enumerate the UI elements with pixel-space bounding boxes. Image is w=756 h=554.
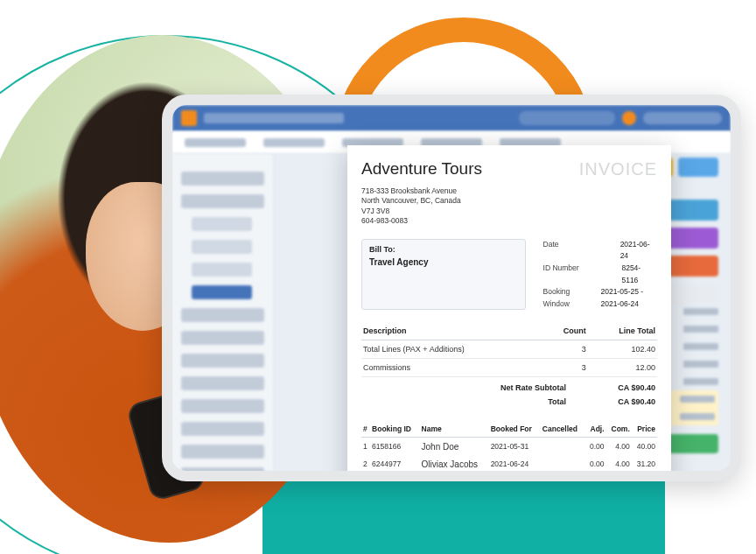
bcell-price: 40.00: [632, 438, 657, 456]
bcell-id: 6244977: [370, 455, 419, 473]
bill-to-name: Travel Agency: [369, 257, 518, 267]
user-chip: [643, 112, 722, 124]
bcell-name: Oliviax Jacobs: [420, 455, 489, 473]
invoice-company: Adventure Tours: [361, 159, 482, 179]
bcell-com: 4.00: [606, 473, 632, 481]
invoice-label: INVOICE: [579, 159, 657, 179]
bcell-num: 2: [361, 455, 370, 473]
cell-count: 3: [542, 359, 588, 377]
search-placeholder: [519, 111, 615, 125]
invoice-lines-table: Description Count Line Total Total Lines…: [361, 322, 657, 377]
col-linetotal: Line Total: [588, 322, 657, 340]
invoice-totals: Net Rate SubtotalCA $90.40 TotalCA $90.4…: [361, 381, 657, 409]
bcell-id: 6245273: [370, 473, 419, 481]
bill-to-label: Bill To:: [369, 245, 518, 254]
tablet-frame: Adventure Tours INVOICE 718-333 Brooksba…: [162, 95, 741, 481]
bcell-booked: 2021-06-24: [489, 473, 541, 481]
meta-id: 8254-5116: [621, 263, 657, 286]
booking-row: 2 6244977 Oliviax Jacobs 2021-06-24 0.00…: [361, 455, 657, 473]
app-title-placeholder: [204, 113, 344, 123]
bcol-booked: Booked For: [489, 421, 541, 438]
subtotal-value: CA $90.40: [594, 383, 655, 392]
total-value: CA $90.40: [594, 397, 655, 406]
cell-desc: Total Lines (PAX + Additions): [361, 340, 542, 359]
bcell-adj: 0.00: [585, 455, 606, 473]
addr-line2: North Vancouver, BC, Canada: [361, 196, 657, 206]
bcell-num: 1: [361, 438, 370, 456]
meta-window-label: Booking Window: [543, 286, 589, 310]
meta-date-label: Date: [543, 239, 608, 263]
invoice-address: 718-333 Brooksbank Avenue North Vancouve…: [361, 186, 657, 227]
bcell-price: 31.20: [632, 455, 657, 473]
app-logo-icon: [181, 110, 197, 126]
cell-total: 12.00: [588, 359, 657, 377]
bcol-adj: Adj.: [585, 421, 606, 438]
bill-to-box: Bill To: Travel Agency: [361, 239, 526, 311]
cell-desc: Commissions: [361, 359, 542, 377]
booking-row: 1 6158166 John Doe 2021-05-31 0.00 4.00 …: [361, 438, 657, 456]
meta-date: 2021-06-24: [620, 239, 657, 263]
app-sidebar: [172, 154, 274, 471]
bcell-num: 3: [361, 473, 370, 481]
bookings-table: # Booking ID Name Booked For Cancelled A…: [361, 421, 657, 481]
stage: Adventure Tours INVOICE 718-333 Brooksba…: [0, 0, 756, 554]
cell-total: 102.40: [588, 340, 657, 359]
bcell-adj: 0.00: [585, 473, 606, 481]
line-row: Commissions 3 12.00: [361, 359, 657, 377]
addr-line1: 718-333 Brooksbank Avenue: [361, 186, 657, 196]
addr-phone: 604-983-0083: [361, 216, 657, 226]
meta-window: 2021-05-25 - 2021-06-24: [600, 286, 657, 310]
invoice-meta: Date2021-06-24 ID Number8254-5116 Bookin…: [543, 239, 657, 311]
bcell-cancelled: [541, 473, 585, 481]
cell-count: 3: [542, 340, 588, 359]
bcell-id: 6158166: [370, 438, 419, 456]
bcell-com: 4.00: [606, 455, 632, 473]
col-desc: Description: [361, 322, 542, 340]
col-count: Count: [542, 322, 588, 340]
bcell-com: 4.00: [606, 438, 632, 456]
bcell-cancelled: [541, 455, 585, 473]
invoice-card: Adventure Tours INVOICE 718-333 Brooksba…: [347, 145, 671, 481]
bcol-id: Booking ID: [370, 421, 419, 438]
bcol-com: Com.: [606, 421, 632, 438]
bcol-price: Price: [632, 421, 657, 438]
bcell-booked: 2021-06-24: [489, 455, 541, 473]
line-row: Total Lines (PAX + Additions) 3 102.40: [361, 340, 657, 359]
subtotal-label: Net Rate Subtotal: [500, 383, 566, 392]
bcell-booked: 2021-05-31: [489, 438, 541, 456]
meta-id-label: ID Number: [543, 263, 610, 286]
bcell-cancelled: [541, 438, 585, 456]
bcell-adj: 0.00: [585, 438, 606, 456]
addr-postal: V7J 3V8: [361, 207, 657, 216]
app-main: Adventure Tours INVOICE 718-333 Brooksba…: [274, 154, 731, 471]
app-topbar: [172, 105, 731, 131]
bcol-cancelled: Cancelled: [541, 421, 585, 438]
bcol-num: #: [361, 421, 370, 438]
total-label: Total: [548, 397, 566, 406]
tablet-screen: Adventure Tours INVOICE 718-333 Brooksba…: [172, 105, 731, 471]
bcell-name: Tripp Mckay: [420, 473, 489, 481]
app-content: Adventure Tours INVOICE 718-333 Brooksba…: [172, 154, 731, 471]
booking-row: 3 6245273 Tripp Mckay 2021-06-24 0.00 4.…: [361, 473, 657, 481]
bcell-price: 31.20: [632, 473, 657, 481]
bcell-name: John Doe: [420, 438, 489, 456]
avatar-icon: [622, 111, 636, 125]
bcol-name: Name: [420, 421, 489, 438]
